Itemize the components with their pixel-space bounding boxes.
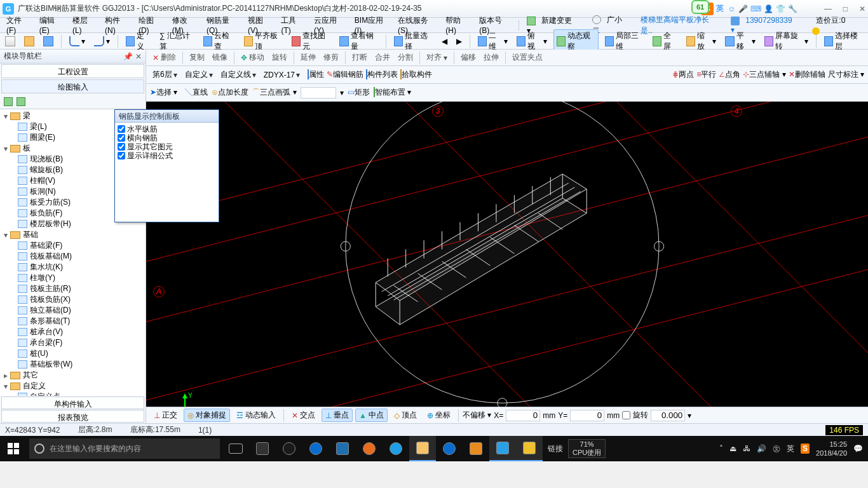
project-settings-button[interactable]: 工程设置: [1, 64, 144, 78]
tray-sogou-icon[interactable]: S: [801, 444, 810, 454]
minimize-button[interactable]: —: [824, 4, 832, 13]
rect-tool[interactable]: ▭矩形: [348, 87, 370, 98]
gripset-button[interactable]: 设置夹点: [510, 52, 545, 63]
tree-folder[interactable]: ▸其它: [0, 370, 146, 381]
offset-mode-select[interactable]: 不偏移 ▾: [463, 410, 491, 421]
rotate-dd[interactable]: ▾: [688, 411, 691, 420]
subcategory-select[interactable]: 自定义线▾: [218, 69, 259, 81]
cross-snap[interactable]: ✕交点: [288, 409, 319, 422]
option-checkbox[interactable]: [118, 152, 125, 159]
tray-net-icon[interactable]: 🖧: [743, 444, 750, 453]
tb-explorer[interactable]: [409, 436, 436, 461]
tree-item[interactable]: 筏板基础(M): [0, 251, 146, 262]
menu-floor[interactable]: 楼层(L): [69, 15, 100, 35]
undo-button[interactable]: ▾: [67, 36, 88, 47]
collapse-icon[interactable]: [17, 97, 25, 106]
ime-bar[interactable]: S 英 ☺🎤⌨👤👕🔧: [701, 3, 798, 15]
pick-comp-button[interactable]: 拾取构件: [400, 69, 432, 80]
ext-point-tool[interactable]: ⊙点加长度: [212, 87, 248, 98]
rotate-button[interactable]: 旋转: [269, 52, 290, 63]
tree-item[interactable]: 基础梁(F): [0, 240, 146, 251]
arc-tool[interactable]: ⌒三点画弧 ▾: [252, 87, 296, 98]
action-center-icon[interactable]: 💬: [853, 444, 863, 453]
floor-select[interactable]: 第6层▾: [150, 69, 180, 81]
tb-store[interactable]: [329, 436, 356, 461]
break-button[interactable]: 打断: [349, 52, 370, 63]
tray-up-icon[interactable]: ˄: [719, 444, 723, 453]
align-button[interactable]: 对齐 ▾: [424, 52, 450, 63]
single-component-input-button[interactable]: 单构件输入: [1, 396, 144, 409]
menu-edit[interactable]: 编辑(E): [36, 15, 67, 35]
panel-close-icon[interactable]: ✕: [135, 52, 142, 61]
tb-app-8[interactable]: [436, 436, 463, 461]
tray-ime2[interactable]: 英: [787, 444, 794, 454]
perp-snap[interactable]: ⊥垂点: [322, 409, 353, 422]
dimension-button[interactable]: 尺寸标注 ▾: [828, 69, 864, 80]
redo-button[interactable]: ▾: [92, 36, 112, 47]
ortho-toggle[interactable]: ⊥正交: [150, 409, 181, 422]
tree-item[interactable]: 筏板负筋(X): [0, 294, 146, 305]
draw-input-button[interactable]: 绘图输入: [1, 79, 144, 93]
merge-button[interactable]: 合并: [372, 52, 393, 63]
option-checkbox[interactable]: [118, 125, 125, 133]
select-tool[interactable]: ➤选择 ▾: [150, 87, 177, 98]
tree-item[interactable]: 条形基础(T): [0, 316, 146, 327]
link-label[interactable]: 链接: [548, 444, 563, 454]
tb-edge[interactable]: [302, 436, 329, 461]
tb-app-2[interactable]: [276, 436, 302, 461]
tb-notes[interactable]: [516, 436, 543, 461]
next-button[interactable]: ▶: [454, 36, 465, 46]
tree-item[interactable]: 柱墩(Y): [0, 273, 146, 283]
rebar-display-panel[interactable]: 钢筋显示控制面板 水平纵筋横向钢筋显示其它图元显示详细公式: [114, 109, 219, 222]
mirror-button[interactable]: 镜像: [210, 52, 230, 63]
close-button[interactable]: ✕: [859, 4, 865, 13]
three-axis-button[interactable]: ⊹三点辅轴 ▾: [743, 69, 785, 80]
category-select[interactable]: 自定义▾: [182, 69, 215, 81]
tree-item[interactable]: 独立基础(D): [0, 305, 146, 316]
tb-app-1[interactable]: [249, 436, 276, 461]
start-button[interactable]: [0, 436, 27, 461]
new-file-button[interactable]: [3, 36, 18, 47]
menu-file[interactable]: 文件(F): [3, 15, 34, 35]
stretch-button[interactable]: 拉伸: [481, 52, 501, 63]
tb-ie[interactable]: [383, 436, 409, 461]
edit-rebar-button[interactable]: ✎编辑钢筋: [327, 69, 363, 80]
dyn-input-toggle[interactable]: ☲动态输入: [233, 409, 280, 422]
tray-usb-icon[interactable]: ⏏: [729, 444, 736, 453]
tree-folder[interactable]: ▾自定义: [0, 381, 146, 391]
open-button[interactable]: [22, 36, 37, 47]
tb-firefox[interactable]: [356, 436, 383, 461]
move-button[interactable]: ✥移动: [238, 52, 267, 63]
rotate-checkbox[interactable]: [622, 411, 630, 419]
ime-lang[interactable]: 英: [716, 3, 724, 14]
delete-button[interactable]: ✕删除: [150, 52, 179, 63]
tree-item[interactable]: 基础板带(W): [0, 359, 146, 370]
mid-snap[interactable]: ▲中点: [355, 409, 388, 422]
taskbar-search[interactable]: 在这里输入你要搜索的内容: [29, 438, 220, 459]
ime-icons[interactable]: ☺🎤⌨👤👕🔧: [726, 4, 798, 13]
trim-button[interactable]: 修剪: [321, 52, 341, 63]
3d-viewport[interactable]: 3 4 A A1 Y X: [146, 102, 868, 407]
smart-layout-tool[interactable]: 智能布置 ▾: [374, 87, 411, 98]
two-point-button[interactable]: ⋕两点: [672, 69, 694, 80]
copy-button[interactable]: 复制: [187, 52, 207, 63]
maximize-button[interactable]: □: [843, 4, 848, 13]
color-box[interactable]: [301, 87, 336, 98]
osnap-toggle[interactable]: ◎对象捕捉: [184, 409, 230, 422]
option-checkbox[interactable]: [118, 134, 125, 142]
tree-folder[interactable]: ▾基础: [0, 229, 146, 240]
tb-current-app[interactable]: [489, 436, 516, 461]
tray-vol-icon[interactable]: 🔊: [757, 444, 766, 453]
extend-button[interactable]: 延伸: [298, 52, 318, 63]
display-option[interactable]: 水平纵筋: [118, 125, 216, 133]
line-tool[interactable]: ╲直线: [185, 87, 208, 98]
tree-item[interactable]: 桩承台(V): [0, 327, 146, 337]
code-select[interactable]: ZDYX-17▾: [261, 70, 302, 80]
color-dd[interactable]: ▾: [340, 88, 344, 97]
split-button[interactable]: 分割: [395, 52, 416, 63]
panel-header[interactable]: 钢筋显示控制面板: [115, 110, 219, 123]
display-option[interactable]: 显示其它图元: [118, 142, 216, 151]
menu-help[interactable]: 帮助(H): [442, 15, 474, 35]
pin-icon[interactable]: 📌: [123, 52, 133, 61]
display-option[interactable]: 显示详细公式: [118, 151, 216, 160]
